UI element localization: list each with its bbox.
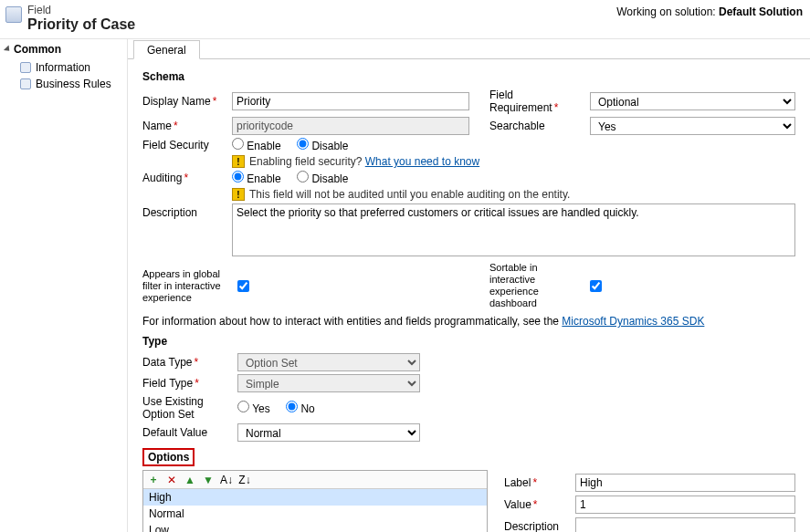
section-options-title: Options [142, 448, 195, 466]
sidebar-item-information[interactable]: Information [5, 59, 121, 76]
delete-icon[interactable]: ✕ [165, 474, 178, 486]
sidebar-root-common[interactable]: Common [5, 43, 121, 56]
auditing-label: Auditing [142, 172, 232, 184]
sort-desc-icon[interactable]: Z↓ [238, 474, 251, 486]
global-filter-label: Appears in global filter in interactive … [142, 268, 237, 304]
description-textarea[interactable] [232, 203, 795, 256]
sortable-checkbox[interactable] [590, 280, 602, 292]
option-label-input[interactable] [575, 474, 795, 492]
field-security-disable[interactable]: Disable [297, 140, 348, 152]
option-value-input[interactable] [575, 495, 795, 514]
field-security-link[interactable]: What you need to know [365, 155, 479, 168]
use-existing-no[interactable]: No [286, 402, 315, 415]
use-existing-yes[interactable]: Yes [237, 402, 270, 415]
sdk-info: For information about how to interact wi… [142, 315, 795, 328]
section-schema-title: Schema [142, 70, 795, 83]
option-item[interactable]: High [143, 489, 487, 506]
data-type-select: Option Set [237, 353, 420, 371]
name-label: Name [142, 120, 232, 132]
field-security-label: Field Security [142, 139, 232, 151]
tab-general[interactable]: General [133, 40, 200, 59]
use-existing-label: Use Existing Option Set [142, 395, 237, 421]
move-down-icon[interactable]: ▼ [202, 474, 215, 486]
tab-content: Schema Display Name Field Requirement Op… [128, 59, 810, 532]
tab-bar: General [128, 39, 810, 59]
field-type-label: Field Type [142, 377, 237, 390]
options-toolbar: + ✕ ▲ ▼ A↓ Z↓ [143, 471, 487, 489]
global-filter-checkbox[interactable] [237, 280, 249, 292]
sort-asc-icon[interactable]: A↓ [220, 474, 233, 486]
option-details: Label Value Description Color [504, 470, 795, 532]
display-name-label: Display Name [142, 95, 232, 108]
info-icon [20, 62, 31, 73]
sdk-link[interactable]: Microsoft Dynamics 365 SDK [562, 315, 704, 328]
collapse-icon [4, 45, 12, 53]
add-icon[interactable]: + [147, 474, 160, 486]
solution-label: Working on solution: Default Solution [616, 4, 803, 18]
searchable-select[interactable]: Yes [590, 117, 795, 135]
warning-icon: ! [232, 155, 245, 168]
field-requirement-select[interactable]: Optional [590, 92, 795, 110]
field-security-warning: Enabling field security? What you need t… [249, 155, 479, 168]
sidebar: Common Information Business Rules [0, 39, 128, 532]
option-item[interactable]: Normal [143, 506, 487, 522]
searchable-label: Searchable [489, 120, 590, 132]
data-type-label: Data Type [142, 356, 237, 369]
auditing-warning: This field will not be audited until you… [249, 188, 570, 201]
page-header: Field Priority of Case Working on soluti… [0, 0, 810, 39]
default-value-select[interactable]: Normal [237, 423, 420, 442]
options-panel: + ✕ ▲ ▼ A↓ Z↓ HighNormalLowCritical [142, 470, 488, 532]
field-requirement-label: Field Requirement [489, 89, 590, 114]
option-desc-textarea[interactable] [575, 517, 795, 532]
header-small-title: Field [27, 4, 616, 16]
option-value-label: Value [504, 498, 575, 511]
auditing-enable[interactable]: Enable [232, 172, 281, 185]
field-type-select: Simple [237, 374, 420, 392]
entity-icon [5, 6, 22, 23]
header-big-title: Priority of Case [27, 16, 616, 33]
option-desc-label: Description [504, 517, 575, 532]
display-name-input[interactable] [232, 92, 469, 110]
move-up-icon[interactable]: ▲ [184, 474, 196, 486]
section-type-title: Type [142, 335, 795, 348]
sortable-label: Sortable in interactive experience dashb… [489, 262, 590, 309]
rules-icon [20, 78, 31, 89]
default-value-label: Default Value [142, 426, 237, 439]
field-security-enable[interactable]: Enable [232, 140, 281, 152]
description-label: Description [142, 203, 232, 219]
option-item[interactable]: Low [143, 522, 487, 532]
options-list[interactable]: HighNormalLowCritical [143, 489, 487, 532]
option-label-label: Label [504, 476, 575, 489]
sidebar-item-business-rules[interactable]: Business Rules [5, 76, 121, 92]
auditing-disable[interactable]: Disable [297, 172, 348, 185]
name-input [232, 117, 469, 135]
warning-icon: ! [232, 188, 245, 201]
